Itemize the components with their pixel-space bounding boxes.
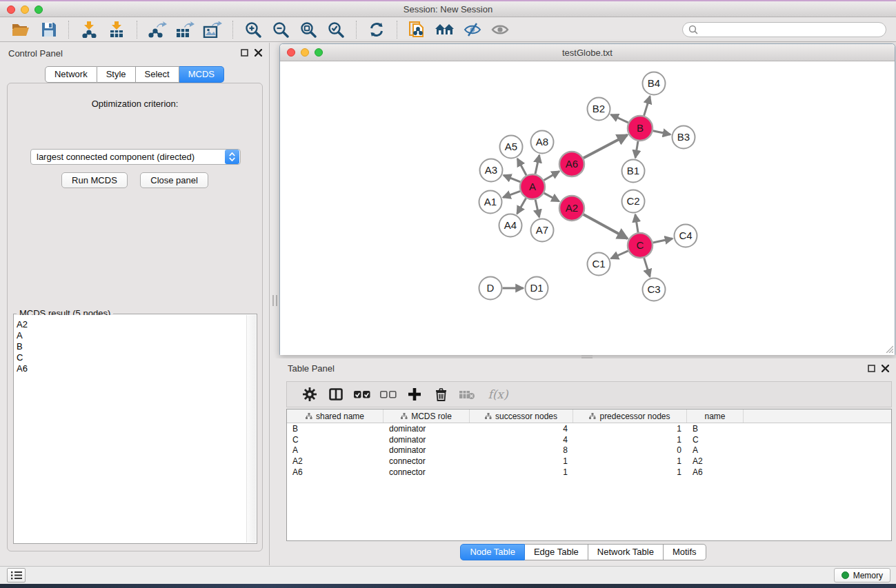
mcds-list-scrollbar[interactable]: [246, 315, 256, 543]
edge-C-C1[interactable]: [611, 251, 628, 258]
close-panel-icon[interactable]: [255, 49, 262, 57]
node-label-A: A: [529, 181, 536, 192]
mcds-result-item[interactable]: A6: [17, 363, 244, 374]
search-field[interactable]: [682, 22, 886, 37]
tab-network[interactable]: Network: [45, 66, 97, 83]
vertical-splitter-grip[interactable]: [272, 295, 277, 306]
tab-edge-table[interactable]: Edge Table: [525, 544, 588, 560]
task-list-icon: [11, 571, 22, 580]
table-row[interactable]: A6connector11A6: [287, 467, 891, 478]
zoom-in-icon[interactable]: [239, 20, 267, 39]
edge-A-A1[interactable]: [503, 191, 520, 197]
run-mcds-button[interactable]: Run MCDS: [61, 172, 128, 188]
node-label-C3: C3: [647, 283, 660, 295]
edge-A2-C[interactable]: [584, 214, 628, 239]
node-label-B4: B4: [648, 77, 660, 89]
tab-node-table[interactable]: Node Table: [460, 544, 525, 560]
table-row[interactable]: Adominator80A: [287, 445, 891, 456]
criterion-dropdown[interactable]: largest connected component (directed): [30, 149, 241, 165]
close-panel-button[interactable]: Close panel: [140, 172, 208, 188]
export-network-icon[interactable]: [143, 20, 171, 39]
edge-A-A2[interactable]: [544, 193, 559, 201]
export-table-icon[interactable]: [171, 20, 199, 39]
deselect-all-rows-icon[interactable]: [375, 384, 401, 405]
table-cell: 1: [573, 467, 687, 477]
float-table-panel-icon[interactable]: [868, 365, 875, 372]
tab-style[interactable]: Style: [97, 66, 136, 83]
edge-A6-B[interactable]: [584, 135, 628, 158]
mcds-result-item[interactable]: B: [17, 341, 244, 352]
clone-network-icon[interactable]: [404, 20, 431, 39]
edge-B-B4[interactable]: [644, 97, 650, 116]
function-builder-icon: f(x): [480, 384, 516, 405]
tab-motifs[interactable]: Motifs: [664, 544, 706, 560]
delete-table-icon: [454, 384, 480, 405]
network-view-window: testGlobe.txt B4B2BB3A8A5A6B1A3AA1C2A2A4…: [279, 43, 895, 355]
zoom-selected-icon[interactable]: [322, 20, 350, 39]
create-column-plus-icon[interactable]: [401, 384, 428, 405]
table-cell: B: [687, 424, 744, 434]
task-history-button[interactable]: [7, 568, 26, 582]
open-session-icon[interactable]: [7, 20, 34, 39]
table-cell: connector: [384, 467, 470, 477]
edge-A-A7[interactable]: [535, 200, 539, 217]
mcds-result-item[interactable]: C: [17, 352, 244, 363]
table-row[interactable]: Cdominator41C: [287, 434, 891, 445]
edge-C-C3[interactable]: [644, 258, 650, 276]
edge-A-A4[interactable]: [517, 198, 526, 214]
import-network-icon[interactable]: [75, 20, 103, 39]
table-settings-gear-icon[interactable]: [297, 384, 323, 405]
float-panel-icon[interactable]: [241, 49, 248, 57]
tab-select[interactable]: Select: [136, 66, 179, 83]
tab-network-table[interactable]: Network Table: [588, 544, 664, 560]
show-graphics-details-icon[interactable]: [486, 20, 514, 39]
show-all-networks-icon[interactable]: [431, 20, 459, 39]
window-resize-grip[interactable]: [884, 344, 893, 353]
edge-C-C4[interactable]: [653, 239, 673, 243]
mcds-result-item[interactable]: A: [17, 330, 244, 341]
edge-A-A8[interactable]: [535, 155, 539, 174]
refresh-icon[interactable]: [363, 20, 390, 39]
zoom-out-icon[interactable]: [267, 20, 295, 39]
edge-B-B2[interactable]: [611, 114, 628, 123]
column-header-MCDS-role[interactable]: MCDS role: [384, 409, 470, 423]
close-table-panel-icon[interactable]: [882, 365, 889, 372]
search-input[interactable]: [698, 25, 880, 34]
edge-A-A3[interactable]: [504, 175, 520, 182]
table-header-row: shared nameMCDS rolesuccessor nodesprede…: [287, 409, 891, 423]
column-header-name[interactable]: name: [687, 409, 744, 423]
hide-graphics-details-icon[interactable]: [459, 20, 486, 39]
edge-B-B1[interactable]: [635, 141, 638, 158]
column-header-successor-nodes[interactable]: successor nodes: [470, 409, 573, 423]
tab-mcds[interactable]: MCDS: [179, 66, 224, 83]
select-columns-icon[interactable]: [323, 384, 349, 405]
table-panel-tabs: Node TableEdge TableNetwork TableMotifs: [460, 544, 706, 560]
column-header-predecessor-nodes[interactable]: predecessor nodes: [573, 409, 687, 423]
edge-B-B3[interactable]: [653, 131, 670, 134]
import-table-icon[interactable]: [103, 20, 130, 39]
select-all-rows-icon[interactable]: [349, 384, 375, 405]
zoom-fit-icon[interactable]: [295, 20, 322, 39]
table-cell: 1: [573, 456, 687, 466]
dropdown-stepper-icon: [225, 150, 239, 164]
optimization-criterion-label: Optimization criterion:: [8, 99, 262, 109]
edge-A-A6[interactable]: [544, 172, 559, 181]
memory-label: Memory: [853, 571, 883, 580]
edge-C-C2[interactable]: [635, 214, 638, 232]
mcds-result-list[interactable]: A2ABCA6: [14, 315, 246, 543]
delete-column-trash-icon[interactable]: [428, 384, 454, 405]
table-row[interactable]: Bdominator41B: [287, 423, 891, 434]
mcds-result-item[interactable]: A2: [17, 319, 244, 330]
column-header-shared-name[interactable]: shared name: [287, 409, 384, 423]
table-cell: dominator: [384, 435, 470, 445]
export-image-icon[interactable]: [199, 20, 226, 39]
network-window-title: testGlobe.txt: [280, 48, 895, 58]
network-canvas[interactable]: B4B2BB3A8A5A6B1A3AA1C2A2A4A7C4CC1C3DD1: [280, 61, 895, 355]
mcds-panel: Optimization criterion: largest connecte…: [7, 83, 263, 551]
table-row[interactable]: A2connector11A2: [287, 456, 891, 467]
network-window-titlebar[interactable]: testGlobe.txt: [280, 44, 895, 61]
memory-button[interactable]: Memory: [834, 568, 890, 582]
edge-A-A5[interactable]: [517, 159, 526, 175]
save-session-icon[interactable]: [34, 20, 62, 39]
node-label-A2: A2: [566, 202, 578, 214]
